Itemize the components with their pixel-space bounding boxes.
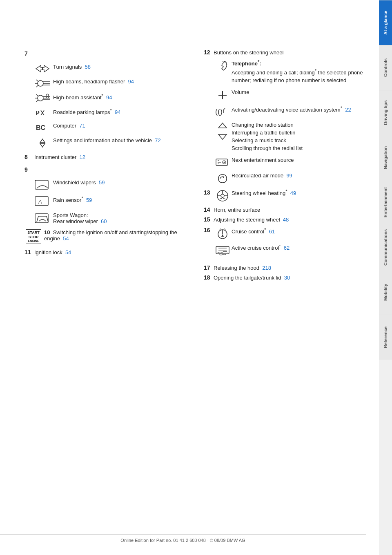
svg-line-31 <box>223 108 225 110</box>
rain-sensor-icon: A <box>33 196 51 207</box>
tab-navigation[interactable]: Navigation <box>379 135 392 180</box>
steering-wheel-icon <box>214 188 232 202</box>
item-computer: BC Computer 71 <box>33 123 187 132</box>
tab-communications[interactable]: Communications <box>379 225 392 270</box>
radio-icon <box>214 121 232 140</box>
svg-point-16 <box>46 94 49 96</box>
tab-entertainment[interactable]: Entertainment <box>379 180 392 225</box>
entry-7: 7 <box>24 49 187 58</box>
entry-14: 14 Horn, entire surface <box>204 206 367 213</box>
svg-text:BC: BC <box>36 124 46 131</box>
telephone-icon <box>214 59 232 72</box>
svg-text:A: A <box>38 199 42 205</box>
item-rain-sensor: A Rain sensor* 59 <box>33 196 187 207</box>
ignition-icon: START STOP ENGINE <box>24 229 42 244</box>
svg-marker-48 <box>221 234 224 237</box>
svg-point-2 <box>38 81 43 86</box>
item14-text: Horn, entire surface <box>214 207 260 213</box>
parking-lamps-text: Roadside parking lamps* 94 <box>53 108 187 115</box>
num-17: 17 <box>204 264 214 271</box>
svg-text:((): (() <box>215 107 223 116</box>
sub-entries-7: Turn signals 58 <box>33 64 187 149</box>
entry-12-header: 12 Buttons on the steering wheel <box>204 49 367 56</box>
item-high-beam-assistant: High-beam assistant* 94 <box>33 93 187 103</box>
num-11: 11 <box>24 249 34 255</box>
active-cruise-control-icon <box>214 243 232 256</box>
svg-point-42 <box>221 194 224 197</box>
voice-activation-icon: (() <box>214 105 232 117</box>
svg-point-9 <box>38 95 43 101</box>
item8-text: Instrument cluster 12 <box>34 154 85 160</box>
tab-mobility[interactable]: Mobility <box>379 270 392 315</box>
num-16: 16 <box>204 227 214 233</box>
num-13: 13 <box>204 188 214 196</box>
high-beams-icon <box>33 78 51 88</box>
tab-reference[interactable]: Reference <box>379 315 392 360</box>
radio-text: Changing the radio station Interrupting … <box>232 121 367 152</box>
svg-line-5 <box>36 85 38 87</box>
item16-content: Cruise control* 61 <box>214 227 290 260</box>
entry-17: 17 Releasing the hood 218 <box>204 264 367 271</box>
settings-icon <box>33 137 51 149</box>
num-8: 8 <box>24 154 34 160</box>
item-voice-activation: (() Activating/deactivating voice activa… <box>214 105 367 117</box>
svg-point-39 <box>224 161 225 163</box>
entry-13: 13 Steering wheel heatin <box>204 188 367 202</box>
item12-label: Buttons on the steering wheel <box>214 49 283 56</box>
sidebar-tabs: At a glance Controls Driving tips Naviga… <box>379 0 392 555</box>
right-column: 12 Buttons on the steering wheel Telepho… <box>204 49 367 284</box>
item15-text: Adjusting the steering wheel 48 <box>214 217 289 223</box>
recirculated-air-icon <box>214 172 232 184</box>
windshield-wipers-text: Windshield wipers 59 <box>53 179 187 186</box>
item-high-beams: High beams, headlamp flasher 94 <box>33 78 187 88</box>
item-recirculated-air: Recirculated-air mode 99 <box>214 172 367 184</box>
item-entertainment: Next entertainment source <box>214 157 367 168</box>
num-18: 18 <box>204 274 214 281</box>
num-9: 9 <box>24 166 33 174</box>
windshield-wipers-icon <box>33 179 51 191</box>
cruise-control-text: Cruise control* 61 <box>232 227 290 236</box>
rear-wiper-icon <box>33 212 51 224</box>
num-14: 14 <box>204 206 214 213</box>
num-15: 15 <box>204 216 214 223</box>
computer-text: Computer 71 <box>53 123 187 129</box>
tab-driving-tips[interactable]: Driving tips <box>379 90 392 135</box>
volume-icon <box>214 89 232 101</box>
item-radio: Changing the radio station Interrupting … <box>214 121 367 152</box>
num-7: 7 <box>24 50 33 58</box>
svg-line-11 <box>36 94 38 96</box>
footer-text: Online Edition for Part no. 01 41 2 603 … <box>120 538 245 543</box>
rear-wiper-text: Sports Wagon:Rear window wiper 60 <box>53 212 187 224</box>
turn-signals-text: Turn signals 58 <box>53 64 187 70</box>
recirculated-air-text: Recirculated-air mode 99 <box>232 172 367 180</box>
entertainment-icon <box>214 157 232 168</box>
item-telephone: Telephone*: Accepting and ending a call;… <box>214 59 367 85</box>
tab-at-a-glance[interactable]: At a glance <box>379 0 392 45</box>
active-cruise-control-text: Active cruise control* 62 <box>232 243 290 252</box>
voice-activation-text: Activating/deactivating voice activation… <box>232 105 367 114</box>
item18-text: Opening the tailgate/trunk lid 30 <box>214 275 290 281</box>
svg-marker-1 <box>42 65 49 72</box>
item-rear-wiper: Sports Wagon:Rear window wiper 60 <box>33 212 187 224</box>
item10-text: 10 Switching the ignition on/off and sta… <box>44 229 187 242</box>
computer-icon: BC <box>33 123 51 132</box>
entry-18: 18 Opening the tailgate/trunk lid 30 <box>204 274 367 281</box>
item-settings: Settings and information about the vehic… <box>33 137 187 149</box>
item-turn-signals: Turn signals 58 <box>33 64 187 74</box>
item-cruise-control: Cruise control* 61 <box>214 227 290 240</box>
page-footer: Online Edition for Part no. 01 41 2 603 … <box>0 534 366 543</box>
entry-16-header: 16 <box>204 227 367 260</box>
left-column: 7 Turn signals 58 <box>24 49 187 284</box>
item-parking-lamps: P Roadside parking lamps* 94 <box>33 108 187 118</box>
tab-controls[interactable]: Controls <box>379 45 392 90</box>
volume-text: Volume <box>232 89 367 96</box>
entertainment-text: Next entertainment source <box>232 157 367 164</box>
entry-9: 9 <box>24 165 187 174</box>
entry-8: 8 Instrument cluster 12 <box>24 154 187 160</box>
sub-entries-9: Windshield wipers 59 A Rain sensor* <box>33 179 187 224</box>
settings-text: Settings and information about the vehic… <box>53 137 187 143</box>
item13-text: Steering wheel heating* 49 <box>232 188 367 197</box>
high-beam-assistant-icon <box>33 93 51 103</box>
page-container: 7 Turn signals 58 <box>0 0 392 555</box>
svg-line-12 <box>36 100 38 102</box>
